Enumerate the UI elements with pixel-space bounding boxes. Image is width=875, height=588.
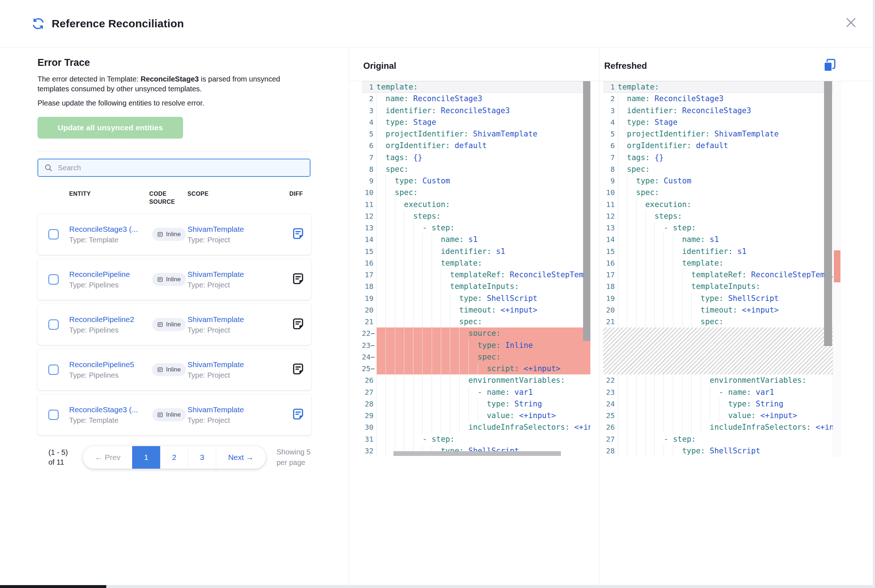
code-line: 19type: ShellScript [362, 292, 590, 304]
code-source-badge: Inline [152, 318, 186, 331]
page-button-1[interactable]: 1 [132, 446, 160, 469]
page-button-2[interactable]: 2 [160, 446, 188, 469]
scope-link[interactable]: ShivamTemplate [188, 405, 244, 414]
entity-type: Type: Pipelines [69, 326, 149, 334]
entity-link[interactable]: ReconcilePipeline [69, 270, 130, 278]
code-line: 20timeout: <+input> [362, 304, 590, 316]
inline-icon [157, 322, 163, 327]
code-source-badge: Inline [152, 228, 186, 241]
search-box[interactable] [38, 159, 311, 177]
entity-link[interactable]: ReconcileStage3 (... [69, 405, 138, 414]
dialog-title: Reference Reconciliation [52, 18, 184, 30]
scope-type: Type: Project [188, 326, 290, 334]
diff-icon[interactable] [291, 227, 305, 240]
code-line: 9type: Custom [362, 175, 590, 187]
panel-divider [599, 48, 599, 585]
code-line: 25−script: <+input> [362, 363, 590, 374]
next-page-button[interactable]: Next → [216, 446, 266, 469]
error-note: Please update the following entities to … [38, 98, 292, 108]
code-line: 2name: ReconcileStage3 [603, 93, 841, 104]
diff-icon[interactable] [291, 317, 305, 330]
code-line: 31- step: [362, 434, 590, 445]
code-line: 23- name: var1 [603, 386, 841, 398]
code-source-badge: Inline [152, 273, 186, 286]
code-line: 26environmentVariables: [362, 374, 590, 386]
table-header: ENTITY CODE SOURCE SCOPE DIFF [38, 190, 311, 206]
inline-icon [157, 367, 163, 373]
code-line: 24type: String [603, 398, 841, 410]
scope-link[interactable]: ShivamTemplate [188, 225, 244, 233]
row-checkbox[interactable] [48, 320, 59, 330]
code-line: 5projectIdentifier: ShivamTemplate [603, 128, 841, 140]
inline-icon [157, 276, 163, 282]
code-line: 8spec: [603, 164, 841, 175]
code-line: 13- step: [603, 222, 841, 234]
code-line: 22−source: [362, 327, 590, 339]
code-line: 3identifier: ReconcileStage3 [603, 105, 841, 116]
original-horizontal-scrollbar[interactable] [376, 451, 583, 456]
entity-link[interactable]: ReconcileStage3 (... [69, 225, 138, 233]
pagination: (1 - 5) of 11 ← Prev 123Next → Showing 5… [38, 446, 311, 469]
code-line: 27- step: [603, 434, 841, 445]
inline-icon [157, 231, 163, 237]
code-line: 22environmentVariables: [603, 374, 841, 386]
code-line: 11execution: [603, 199, 841, 210]
search-input[interactable] [58, 164, 304, 172]
table-row: ReconcilePipeline2Type: PipelinesInlineS… [38, 304, 311, 345]
code-line: 14name: s1 [362, 234, 590, 245]
pagination-range: (1 - 5) of 11 [48, 447, 73, 467]
code-line: 14name: s1 [603, 234, 841, 245]
table-row: ReconcilePipelineType: PipelinesInlineSh… [38, 259, 311, 300]
diff-icon[interactable] [291, 362, 305, 375]
code-line: 15identifier: s1 [603, 246, 841, 257]
row-checkbox[interactable] [48, 410, 59, 420]
scope-type: Type: Project [188, 371, 290, 380]
entity-link[interactable]: ReconcilePipeline2 [69, 315, 134, 324]
page-button-3[interactable]: 3 [188, 446, 216, 469]
entity-type: Type: Pipelines [69, 371, 149, 380]
code-line: 17templateRef: ReconcileStepTempl [603, 269, 841, 280]
code-line: 17templateRef: ReconcileStepTempl [362, 269, 590, 280]
original-panel-title: Original [363, 61, 396, 71]
code-line: 25value: <+input> [603, 410, 841, 422]
code-line: 4type: Stage [362, 116, 590, 128]
entity-link[interactable]: ReconcilePipeline5 [69, 360, 134, 369]
refreshed-vertical-scrollbar[interactable] [824, 81, 832, 457]
code-line: 18templateInputs: [603, 280, 841, 292]
scope-type: Type: Project [188, 281, 290, 289]
diff-icon[interactable] [291, 272, 305, 285]
row-checkbox[interactable] [48, 274, 59, 285]
table-row: ReconcileStage3 (...Type: TemplateInline… [38, 214, 311, 255]
per-page-label: Showing 5 per page [277, 447, 311, 468]
pagination-controls: ← Prev 123Next → [83, 446, 265, 469]
entity-type: Type: Template [69, 236, 149, 244]
close-icon[interactable] [844, 16, 857, 29]
error-trace-heading: Error Trace [38, 57, 311, 68]
code-line: 1template: [362, 81, 590, 93]
code-line: 4type: Stage [603, 116, 841, 128]
original-vertical-scrollbar[interactable] [583, 81, 590, 457]
code-line: 26includeInfraSelectors: <+in [603, 422, 841, 433]
column-header-entity: ENTITY [69, 190, 149, 198]
diff-overview-ruler [833, 81, 841, 457]
scope-link[interactable]: ShivamTemplate [188, 270, 244, 278]
code-line: 23−type: Inline [362, 339, 590, 351]
diff-change-marker [834, 250, 840, 282]
scope-link[interactable]: ShivamTemplate [188, 315, 244, 324]
code-line: 19type: ShellScript [603, 292, 841, 304]
diff-icon[interactable] [291, 408, 305, 421]
row-checkbox[interactable] [48, 229, 59, 239]
column-header-scope: SCOPE [188, 190, 290, 198]
copy-icon[interactable] [822, 58, 837, 72]
update-all-unsynced-button[interactable]: Update all unsynced entities [38, 117, 183, 139]
prev-page-button[interactable]: ← Prev [83, 446, 132, 469]
table-row: ReconcilePipeline5Type: PipelinesInlineS… [38, 349, 311, 390]
row-checkbox[interactable] [48, 364, 59, 375]
error-trace-panel: Error Trace The error detected in Templa… [38, 48, 311, 469]
code-line: 12steps: [362, 210, 590, 222]
scope-link[interactable]: ShivamTemplate [188, 360, 244, 369]
code-line: 9type: Custom [603, 175, 841, 187]
code-line: 16template: [603, 257, 841, 269]
code-line: 24−spec: [362, 351, 590, 363]
dialog-header: Reference Reconciliation [0, 0, 873, 48]
